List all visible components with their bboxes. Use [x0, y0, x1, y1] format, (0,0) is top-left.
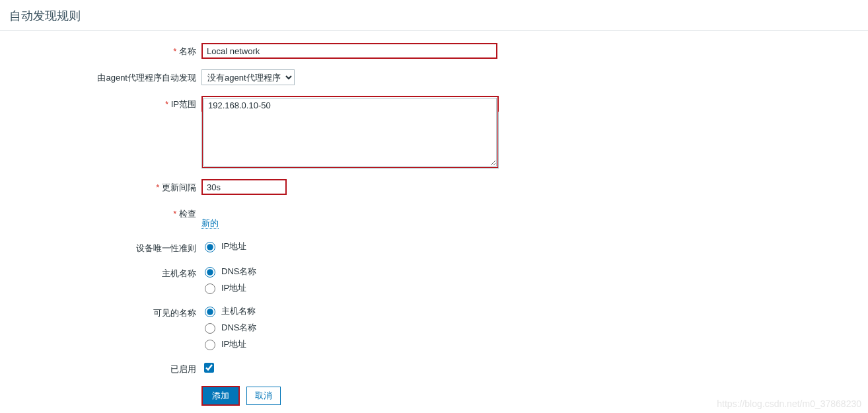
label-interval: 更新间隔	[0, 179, 201, 194]
label-visible-name: 可见的名称	[0, 305, 201, 319]
hostname-radio-dns[interactable]	[205, 267, 215, 278]
visible-label-dns[interactable]: DNS名称	[221, 322, 256, 334]
visible-radio-ip[interactable]	[205, 340, 215, 350]
row-host-name: 主机名称 DNS名称 IP地址	[0, 265, 868, 294]
interval-input[interactable]	[201, 179, 287, 195]
row-uniqueness: 设备唯一性准则 IP地址	[0, 240, 868, 254]
page-title: 自动发现规则	[9, 9, 81, 22]
row-ip-range: IP范围	[0, 96, 868, 169]
checks-new-link[interactable]: 新的	[201, 218, 219, 229]
label-uniqueness: 设备唯一性准则	[0, 240, 201, 254]
enabled-checkbox[interactable]	[204, 363, 214, 373]
page-header: 自动发现规则	[0, 0, 868, 31]
hostname-label-ip[interactable]: IP地址	[221, 282, 246, 294]
ip-range-highlight	[201, 96, 499, 169]
hostname-radio-ip[interactable]	[205, 283, 215, 294]
visible-radio-host[interactable]	[205, 307, 215, 317]
submit-button[interactable]: 添加	[201, 386, 240, 406]
cancel-button[interactable]: 取消	[246, 387, 281, 405]
row-name: 名称	[0, 43, 868, 59]
uniqueness-radio-ip[interactable]	[205, 242, 215, 252]
label-enabled: 已启用	[0, 361, 201, 375]
row-proxy: 由agent代理程序自动发现 没有agent代理程序	[0, 69, 868, 85]
row-buttons: 添加 取消	[0, 386, 868, 406]
visible-label-host[interactable]: 主机名称	[221, 305, 256, 317]
discovery-rule-form: 名称 由agent代理程序自动发现 没有agent代理程序 IP范围 更新间隔 …	[0, 31, 868, 406]
label-host-name: 主机名称	[0, 265, 201, 280]
hostname-option-dns[interactable]: DNS名称	[201, 265, 256, 278]
label-ip-range: IP范围	[0, 96, 201, 110]
visible-radio-dns[interactable]	[205, 323, 215, 334]
visible-option-dns[interactable]: DNS名称	[201, 321, 256, 334]
row-interval: 更新间隔	[0, 179, 868, 195]
name-input[interactable]	[201, 43, 497, 59]
row-visible-name: 可见的名称 主机名称 DNS名称 IP地址	[0, 305, 868, 350]
uniqueness-option-ip[interactable]: IP地址	[201, 240, 246, 252]
row-checks: 检查 新的	[0, 206, 868, 229]
visible-label-ip[interactable]: IP地址	[221, 338, 246, 350]
uniqueness-label-ip[interactable]: IP地址	[221, 241, 246, 252]
visible-option-ip[interactable]: IP地址	[201, 338, 256, 350]
row-enabled: 已启用	[0, 361, 868, 375]
label-checks: 检查	[0, 206, 201, 220]
label-name: 名称	[0, 43, 201, 57]
label-proxy: 由agent代理程序自动发现	[0, 69, 201, 84]
hostname-label-dns[interactable]: DNS名称	[221, 266, 256, 278]
ip-range-textarea[interactable]	[203, 98, 497, 167]
hostname-option-ip[interactable]: IP地址	[201, 282, 256, 294]
visible-option-host[interactable]: 主机名称	[201, 305, 256, 317]
proxy-select[interactable]: 没有agent代理程序	[201, 69, 295, 85]
